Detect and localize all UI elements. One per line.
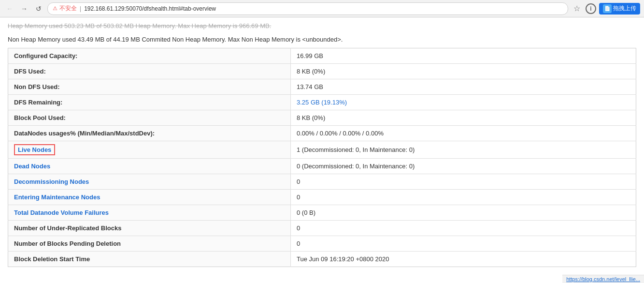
row-value: 1 (Decommissioned: 0, In Maintenance: 0) (297, 146, 415, 153)
table-row: Block Pool Used:8 KB (0%) (8, 110, 636, 126)
table-row: DFS Remaining:3.25 GB (19.13%) (8, 95, 636, 110)
bookmark-button[interactable]: ☆ (571, 3, 583, 15)
info-table: Configured Capacity:16.99 GBDFS Used:8 K… (8, 48, 636, 267)
row-label: Block Deletion Start Time (14, 255, 90, 263)
separator: | (80, 5, 81, 12)
table-row: Number of Blocks Pending Deletion0 (8, 236, 636, 252)
row-value: 16.99 GB (297, 52, 323, 60)
non-heap-memory-text: Non Heap Memory used 43.49 MB of 44.19 M… (0, 33, 644, 48)
row-value: 0.00% / 0.00% / 0.00% / 0.00% (297, 130, 384, 137)
browser-toolbar: ← → ↺ ⚠ 不安全 | 192.168.61.129:50070/dfshe… (0, 0, 644, 17)
forward-button[interactable]: → (18, 3, 30, 15)
row-value: 0 (297, 194, 300, 201)
table-row: Total Datanode Volume Failures0 (0 B) (8, 205, 636, 221)
table-row: Configured Capacity:16.99 GB (8, 48, 636, 64)
node-link[interactable]: Entering Maintenance Nodes (14, 194, 100, 201)
row-label: Number of Blocks Pending Deletion (14, 240, 121, 247)
table-row: Decommissioning Nodes0 (8, 174, 636, 190)
upload-button[interactable]: 📄 拖拽上传 (599, 3, 640, 15)
row-value: 0 (297, 178, 300, 185)
table-row: Live Nodes1 (Decommissioned: 0, In Maint… (8, 141, 636, 159)
row-value: 3.25 GB (19.13%) (297, 99, 347, 106)
refresh-button[interactable]: ↺ (33, 3, 44, 15)
row-value: 0 (297, 224, 300, 232)
row-value: 0 (Decommissioned: 0, In Maintenance: 0) (297, 163, 415, 170)
page-content: Heap Memory used 503.23 MB of 503.82 MB … (0, 17, 644, 267)
heap-memory-text: Heap Memory used 503.23 MB of 503.82 MB … (0, 17, 644, 33)
table-row: DataNodes usages% (Min/Median/Max/stdDev… (8, 126, 636, 141)
row-label: DFS Used: (14, 68, 46, 75)
row-value: Tue Jun 09 16:19:20 +0800 2020 (297, 255, 389, 263)
row-label: DataNodes usages% (Min/Median/Max/stdDev… (14, 130, 155, 137)
back-button[interactable]: ← (4, 3, 15, 15)
security-label: 不安全 (59, 4, 77, 13)
address-bar[interactable]: ⚠ 不安全 | 192.168.61.129:50070/dfshealth.h… (47, 2, 568, 15)
url-text: 192.168.61.129:50070/dfshealth.html#tab-… (84, 5, 216, 12)
row-value: 0 (297, 240, 300, 247)
upload-label: 拖拽上传 (613, 4, 636, 13)
node-link[interactable]: Dead Nodes (14, 163, 50, 170)
security-icon: ⚠ (53, 5, 57, 12)
node-link[interactable]: Decommissioning Nodes (14, 178, 89, 185)
table-row: Number of Under-Replicated Blocks0 (8, 221, 636, 236)
table-row: Non DFS Used:13.74 GB (8, 79, 636, 95)
row-value: 8 KB (0%) (297, 114, 325, 121)
row-label: Number of Under-Replicated Blocks (14, 224, 122, 232)
row-label: Configured Capacity: (14, 52, 77, 60)
row-label: Block Pool Used: (14, 114, 66, 121)
row-label: Non DFS Used: (14, 83, 60, 90)
upload-icon: 📄 (603, 4, 612, 13)
node-link[interactable]: Total Datanode Volume Failures (14, 209, 109, 216)
node-link[interactable]: Live Nodes (14, 144, 55, 155)
table-row: Entering Maintenance Nodes0 (8, 190, 636, 205)
table-row: Dead Nodes0 (Decommissioned: 0, In Maint… (8, 159, 636, 174)
row-label: DFS Remaining: (14, 99, 62, 106)
info-button[interactable]: i (586, 3, 596, 14)
row-value: 13.74 GB (297, 83, 323, 90)
table-row: Block Deletion Start TimeTue Jun 09 16:1… (8, 252, 636, 267)
row-value: 8 KB (0%) (297, 68, 325, 75)
table-row: DFS Used:8 KB (0%) (8, 64, 636, 79)
row-value: 0 (0 B) (297, 209, 315, 216)
